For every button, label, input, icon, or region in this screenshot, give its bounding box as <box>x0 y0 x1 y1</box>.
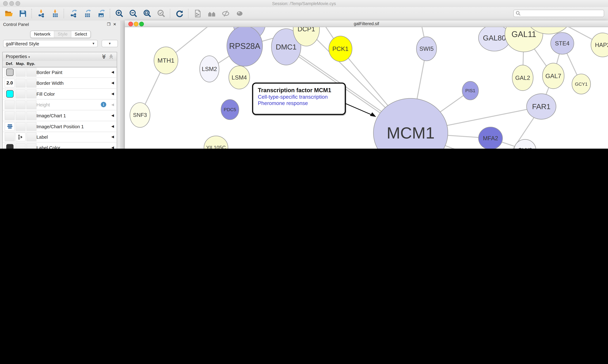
mapping-cell[interactable] <box>15 78 26 87</box>
svg-text:MTH1: MTH1 <box>158 57 175 64</box>
node-YIL105C[interactable]: YIL105C <box>204 136 228 149</box>
annotation-link-1[interactable]: Cell-type-specific transcription <box>258 94 340 100</box>
bypass-cell[interactable] <box>27 122 37 130</box>
node-RPS28A[interactable]: RPS28A <box>227 27 263 66</box>
property-row-image-chart-1[interactable]: Image/Chart 1 ◀ <box>3 110 116 121</box>
collapse-all-icon[interactable]: ≫ <box>109 54 114 59</box>
property-row-height[interactable]: Height i ◀ <box>3 99 116 110</box>
zoom-out-icon <box>129 9 138 18</box>
mapping-cell[interactable] <box>15 68 26 77</box>
node-STE4[interactable]: STE4 <box>551 33 574 54</box>
zoom-fit-button[interactable] <box>141 8 153 19</box>
style-options-button[interactable]: ▼ <box>102 40 118 47</box>
expand-row-icon[interactable]: ◀ <box>111 92 114 95</box>
refresh-layout-button[interactable] <box>174 8 185 19</box>
svg-text:PCK1: PCK1 <box>332 45 348 52</box>
zoom-in-icon <box>115 9 124 18</box>
default-cell[interactable] <box>5 122 15 130</box>
zoom-in-button[interactable] <box>114 8 125 19</box>
refresh-layout-icon <box>175 9 184 18</box>
mapping-cell[interactable] <box>15 133 26 142</box>
search-input[interactable] <box>513 10 604 17</box>
import-table-button[interactable] <box>49 8 61 19</box>
svg-text:GCY1: GCY1 <box>575 81 588 87</box>
node-GAL2[interactable]: GAL2 <box>512 65 533 91</box>
annotation-link-2[interactable]: Pheromone response <box>258 100 340 106</box>
zoom-out-button[interactable] <box>128 8 139 19</box>
default-cell[interactable] <box>5 111 15 120</box>
tab-select[interactable]: Select <box>71 31 90 38</box>
bypass-cell[interactable] <box>27 133 37 142</box>
node-SWI5[interactable]: SWI5 <box>416 37 437 61</box>
node-GAL7[interactable]: GAL7 <box>542 63 564 89</box>
show-graphics-button <box>234 8 245 19</box>
expand-all-icon[interactable]: ≫ <box>101 54 107 59</box>
property-row-image-chart-position-1[interactable]: Image/Chart Position 1 ◀ <box>3 121 116 132</box>
node-HAP2[interactable]: HAP2 <box>591 33 608 57</box>
svg-text:SNF3: SNF3 <box>133 112 147 118</box>
tab-style[interactable]: Style <box>54 31 71 38</box>
expand-row-icon[interactable]: ◀ <box>111 113 114 117</box>
export-table-button[interactable] <box>81 8 93 19</box>
mapping-cell[interactable] <box>15 143 26 149</box>
node-GCY1[interactable]: GCY1 <box>572 74 591 94</box>
close-panel-icon[interactable]: ✕ <box>113 22 116 26</box>
network-canvas[interactable]: RPS28BRPS28ADMC1DCP1PCK1SWI5GAL80GAL11ST… <box>125 27 608 149</box>
property-row-label[interactable]: Label ◀ <box>3 132 116 143</box>
default-cell[interactable] <box>5 100 15 109</box>
control-panel: Control Panel ❐ ✕ NetworkStyleSelect gal… <box>0 21 121 149</box>
bypass-cell[interactable] <box>27 143 37 149</box>
bypass-cell[interactable] <box>27 78 37 87</box>
node-MCM1[interactable]: MCM1 <box>373 98 448 149</box>
import-network-button[interactable] <box>35 8 47 19</box>
bypass-cell[interactable] <box>27 100 37 109</box>
property-row-border-paint[interactable]: Border Paint ◀ <box>3 67 116 78</box>
expand-row-icon[interactable]: ◀ <box>111 103 114 106</box>
default-cell[interactable] <box>5 133 15 142</box>
default-cell[interactable] <box>5 68 15 77</box>
expand-row-icon[interactable]: ◀ <box>111 146 114 149</box>
bypass-cell[interactable] <box>27 89 37 98</box>
info-icon: i <box>101 102 106 107</box>
save-session-button[interactable] <box>17 8 29 19</box>
export-network-button[interactable] <box>68 8 79 19</box>
node-MFA2[interactable]: MFA2 <box>479 127 503 149</box>
mapping-cell[interactable] <box>15 89 26 98</box>
expand-row-icon[interactable]: ◀ <box>111 70 114 74</box>
node-SNF3[interactable]: SNF3 <box>130 103 150 128</box>
node-PIS1[interactable]: PIS1 <box>462 81 479 100</box>
export-image-button[interactable] <box>95 8 107 19</box>
svg-text:CLN3: CLN3 <box>518 147 532 149</box>
expand-row-icon[interactable]: ◀ <box>111 81 114 85</box>
expand-row-icon[interactable]: ◀ <box>111 135 114 139</box>
bypass-cell[interactable] <box>27 68 37 77</box>
bypass-cell[interactable] <box>27 111 37 120</box>
mapping-cell[interactable] <box>15 100 26 109</box>
annotation-box[interactable]: Transcription factor MCM1 Cell-type-spec… <box>252 83 346 115</box>
cytoscape-app: Session: /Temp/SampleMovie.cys Control P… <box>0 0 608 149</box>
node-PCK1[interactable]: PCK1 <box>329 36 352 62</box>
property-row-fill-color[interactable]: Fill Color ◀ <box>3 89 116 99</box>
property-row-border-width[interactable]: 2.0 Border Width ◀ <box>3 78 116 89</box>
property-row-label-color[interactable]: Label Color ◀ <box>3 143 116 149</box>
birds-eye-view-icon <box>207 9 216 18</box>
expand-row-icon[interactable]: ◀ <box>111 124 114 128</box>
style-selector[interactable]: galFiltered Style ▼ <box>3 40 98 47</box>
properties-header[interactable]: Properties ▾ ≫ ≫ <box>3 52 117 61</box>
default-cell[interactable]: 2.0 <box>5 78 15 87</box>
tab-network[interactable]: Network <box>30 31 54 38</box>
open-session-icon <box>5 9 13 18</box>
mapping-cell[interactable] <box>15 111 26 120</box>
node-PDC5[interactable]: PDC5 <box>221 99 239 119</box>
default-cell[interactable] <box>5 143 15 149</box>
default-cell[interactable] <box>5 89 15 98</box>
node-MTH1[interactable]: MTH1 <box>154 47 178 74</box>
float-panel-icon[interactable]: ❐ <box>107 22 111 26</box>
export-network-icon <box>69 9 78 18</box>
mapping-cell[interactable] <box>15 122 26 130</box>
node-CLN3[interactable]: CLN3 <box>514 140 536 149</box>
node-FAR1[interactable]: FAR1 <box>527 94 556 119</box>
node-LSM4[interactable]: LSM4 <box>229 66 250 89</box>
node-LSM2[interactable]: LSM2 <box>200 56 219 82</box>
open-session-button[interactable] <box>3 8 15 19</box>
